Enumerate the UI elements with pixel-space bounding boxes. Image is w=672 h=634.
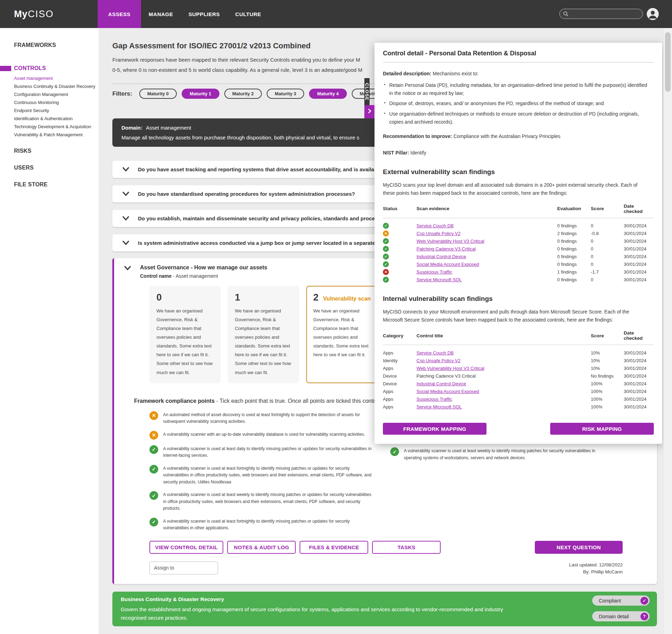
compliance-checkbox-icon[interactable]	[149, 491, 158, 500]
control-title-link[interactable]: Patching Cadence V3 Critical	[416, 373, 476, 379]
scan-evidence-link[interactable]: Csp Unsafe Policy V2	[416, 231, 461, 236]
chevron-down-icon[interactable]	[124, 266, 131, 279]
control-title-link[interactable]: Service Microsoft SQL	[416, 404, 462, 409]
score-cell: No findings	[591, 373, 624, 379]
page-scrollbar-thumb[interactable]	[665, 32, 671, 92]
status-badge[interactable]: Domain detail	[592, 611, 650, 621]
control-title-link[interactable]: Social Media Account Exposed	[416, 389, 479, 394]
chevron-down-icon[interactable]	[122, 167, 129, 172]
scan-evidence-link[interactable]: Social Media Account Exposed	[416, 262, 479, 267]
control-title-link[interactable]: Service Couch DB	[416, 350, 454, 356]
control-title-link[interactable]: Industrial Control Device	[416, 381, 466, 386]
nav-tab[interactable]: MANAGE	[141, 0, 181, 28]
date-cell: 30/01/2024	[624, 350, 654, 356]
sidebar-control-item[interactable]: Endpoint Security	[14, 108, 99, 113]
collapse-panel-button[interactable]	[364, 105, 374, 118]
compliance-checkbox-icon[interactable]	[149, 465, 158, 474]
scan-evidence-link[interactable]: Industrial Control Device	[416, 254, 466, 259]
maturity-filter-pill[interactable]: Maturity 2	[224, 89, 262, 99]
chevron-down-icon[interactable]	[122, 192, 129, 196]
scan-evidence-link[interactable]: Service Couch DB	[416, 223, 454, 228]
user-avatar[interactable]	[647, 8, 659, 20]
maturity-card[interactable]: 0 We have an organised Governence, Risk …	[149, 286, 221, 383]
view-control-detail-button[interactable]: VIEW CONTROL DETAIL	[149, 541, 223, 554]
sidebar-item-file-store[interactable]: FILE STORE	[14, 181, 99, 188]
score-cell: 0	[591, 277, 624, 282]
sidebar-section-controls: CONTROLS	[0, 65, 99, 71]
sidebar-control-item[interactable]: Asset management	[14, 76, 99, 81]
notes-audit-log-button[interactable]: NOTES & AUDIT LOG	[227, 541, 296, 554]
chevron-down-icon[interactable]	[122, 216, 129, 221]
search-box[interactable]	[559, 9, 643, 19]
maturity-label: Vulnerability scan	[323, 296, 371, 302]
maturity-card[interactable]: 2 Vulnerability scan We have an organise…	[306, 286, 378, 383]
sidebar-control-item[interactable]: Configuration Management	[14, 92, 99, 97]
compliance-point: An automated method of asset discovery i…	[149, 411, 373, 425]
tasks-button[interactable]: TASKS	[372, 541, 441, 554]
compliance-checkbox-icon[interactable]	[149, 411, 158, 420]
control-title-link[interactable]: Csp Unsafe Policy V2	[416, 358, 461, 363]
compliance-point-list: An automated method of asset discovery i…	[149, 411, 373, 532]
maturity-filter-pill[interactable]: Maturity 4	[309, 89, 346, 99]
scan-evidence-link[interactable]: Service Microsoft SQL	[416, 277, 462, 282]
assign-row: Last updated: 12/08/2022 By: Phillip McC…	[149, 561, 623, 576]
table-row: Identity Csp Unsafe Policy V2 10% 30/01/…	[383, 357, 654, 364]
compliance-point: A vulnerability scanner with an up-to-da…	[149, 431, 373, 440]
category-cell: Apps	[383, 389, 416, 394]
compliance-checkbox-icon[interactable]	[149, 518, 158, 526]
search-input[interactable]	[571, 11, 639, 17]
sidebar-control-item[interactable]: Technology Development & Acquisition	[14, 124, 99, 129]
description-bullets: Retain Personal Data (PD), including met…	[383, 81, 654, 126]
sidebar-control-item[interactable]: Continuous Monitoring	[14, 100, 99, 105]
framework-mapping-button[interactable]: FRAMEWORK MAPPING	[383, 423, 486, 435]
scan-evidence-link[interactable]: Patching Cadence V3 Critical	[416, 246, 476, 251]
compliance-checkbox-icon[interactable]	[149, 431, 158, 440]
sidebar-item-risks[interactable]: RISKS	[14, 148, 99, 154]
description-bullet: Retain Personal Data (PD), including met…	[383, 81, 648, 97]
sidebar-item-controls[interactable]: CONTROLS	[14, 65, 99, 71]
nav-tab[interactable]: ASSESS	[98, 0, 141, 28]
maturity-card[interactable]: 1 We have an organised Governence, Risk …	[228, 286, 299, 383]
chevron-down-icon[interactable]	[122, 241, 129, 245]
scan-evidence-link[interactable]: Web Vulnerability Host V3 Critical	[416, 239, 484, 244]
maturity-filter-pill[interactable]: Maturity 0	[139, 89, 177, 99]
maturity-filter-pill[interactable]: Maturity 3	[267, 89, 304, 99]
files-evidence-button[interactable]: FILES & EVIDENCE	[300, 541, 368, 554]
date-cell: 30/01/2024	[624, 358, 654, 363]
category-cell: Device	[383, 381, 416, 386]
compliance-checkbox-icon[interactable]	[390, 447, 399, 456]
table-row: Social Media Account Exposed 0 findings …	[383, 261, 654, 268]
sidebar-control-item[interactable]: Vulnerability & Patch Management	[14, 132, 99, 137]
date-cell: 30/01/2024	[624, 262, 654, 267]
control-name-label: Control name	[140, 273, 172, 279]
table-row: Patching Cadence V3 Critical 0 findings …	[383, 245, 654, 253]
close-button[interactable]: CLOSE	[364, 78, 370, 105]
status-badge[interactable]: Compliant	[592, 595, 650, 606]
scan-status-icon	[383, 254, 389, 260]
compliance-checkbox-icon[interactable]	[149, 445, 158, 454]
date-cell: 30/01/2024	[624, 239, 654, 244]
sidebar-item-frameworks[interactable]: FRAMEWORKS	[14, 42, 99, 48]
sidebar-item-users[interactable]: USERS	[14, 165, 99, 171]
nav-tab[interactable]: CULTURE	[227, 0, 269, 28]
compliance-point-text: A vulnerability scanner with an up-to-da…	[163, 431, 373, 438]
date-cell: 30/01/2024	[624, 246, 654, 251]
page-scrollbar-track[interactable]	[663, 28, 672, 634]
sidebar-control-item[interactable]: Identification & Authentication	[14, 116, 99, 121]
description-bullet: Use organisation-defined techniques or m…	[383, 110, 648, 126]
category-cell: Apps	[383, 366, 416, 371]
maturity-filter-pill[interactable]: Maturity 1	[182, 89, 219, 99]
compliance-point: A vulnerability scanner is used at least…	[149, 518, 373, 532]
risk-mapping-button[interactable]: RISK MAPPING	[550, 423, 654, 435]
control-title-link[interactable]: Suspicious Traffic	[416, 397, 452, 402]
maturity-number: 1	[235, 292, 240, 303]
assign-to-input[interactable]	[149, 561, 218, 574]
sidebar-control-item[interactable]: Business Continuity & Disaster Recovery	[14, 84, 99, 89]
scan-evidence-link[interactable]: Suspicious Traffic	[416, 269, 452, 275]
control-title-link[interactable]: Web Vulnerability Host V3 Critical	[416, 366, 484, 371]
nav-tab[interactable]: SUPPLIERS	[181, 0, 228, 28]
evaluation-cell: 0 findings	[557, 254, 591, 259]
score-cell: -1.7	[591, 269, 624, 275]
myciso-logo[interactable]: MyCISO	[14, 0, 54, 28]
next-question-button[interactable]: NEXT QUESTION	[535, 541, 623, 554]
